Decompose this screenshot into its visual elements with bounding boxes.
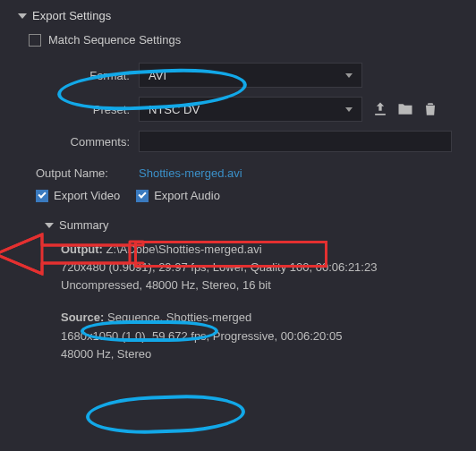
export-audio-checkbox[interactable]: [136, 190, 149, 202]
summary-output-block: Output: Z:\ADobe\Shotties-merged.avi 720…: [61, 241, 458, 294]
chevron-down-icon: [18, 13, 27, 19]
preset-value: NTSC DV: [149, 103, 200, 116]
chevron-down-icon: [345, 107, 353, 112]
summary-output-line1: 720x480 (0.9091), 29.97 fps, Lower, Qual…: [61, 260, 377, 274]
output-name-link[interactable]: Shotties-merged.avi: [139, 166, 242, 180]
match-sequence-label: Match Sequence Settings: [48, 33, 181, 47]
summary-output-label: Output:: [61, 243, 103, 256]
import-preset-icon[interactable]: [396, 100, 414, 118]
preset-row: Preset: NTSC DV: [18, 97, 458, 122]
format-label: Format:: [18, 69, 139, 82]
match-sequence-checkbox[interactable]: [29, 34, 41, 47]
save-preset-icon[interactable]: [371, 100, 389, 118]
export-video-label: Export Video: [54, 189, 120, 202]
format-value: AVI: [149, 69, 166, 82]
comments-label: Comments:: [18, 135, 139, 149]
export-toggles-row: Export Video Export Audio: [36, 189, 458, 202]
comments-input[interactable]: [139, 131, 452, 152]
match-sequence-row: Match Sequence Settings: [29, 33, 458, 47]
format-dropdown[interactable]: AVI: [139, 63, 362, 88]
summary-source-label: Source:: [61, 311, 104, 324]
output-name-label: Output Name:: [18, 166, 139, 180]
export-audio-label: Export Audio: [154, 189, 220, 202]
summary-output-line2: Uncompressed, 48000 Hz, Stereo, 16 bit: [61, 278, 271, 292]
comments-row: Comments:: [18, 131, 458, 152]
format-row: Format: AVI: [18, 63, 458, 88]
summary-section: Summary Output: Z:\ADobe\Shotties-merged…: [45, 218, 458, 363]
chevron-down-icon: [345, 73, 353, 78]
summary-source-line2: 48000 Hz, Stereo: [61, 347, 151, 361]
summary-output-path: Z:\ADobe\Shotties-merged.avi: [106, 243, 262, 256]
export-video-checkbox[interactable]: [36, 190, 48, 202]
output-name-row: Output Name: Shotties-merged.avi: [18, 166, 458, 180]
svg-marker-1: [0, 234, 42, 274]
summary-title: Summary: [59, 218, 109, 232]
preset-dropdown[interactable]: NTSC DV: [139, 97, 362, 122]
summary-source-block: Source: Sequence, Shotties-merged 1680x1…: [61, 309, 458, 362]
export-settings-header[interactable]: Export Settings: [18, 9, 458, 22]
annotation-circle-source-res: [85, 393, 245, 436]
section-title: Export Settings: [32, 9, 111, 22]
preset-label: Preset:: [18, 103, 139, 116]
summary-source-path: Sequence, Shotties-merged: [107, 311, 251, 324]
chevron-down-icon: [45, 223, 54, 228]
summary-header[interactable]: Summary: [45, 218, 458, 232]
trash-icon[interactable]: [421, 100, 439, 118]
summary-source-line1: 1680x1050 (1.0), 59.672 fps, Progressive…: [61, 329, 342, 343]
